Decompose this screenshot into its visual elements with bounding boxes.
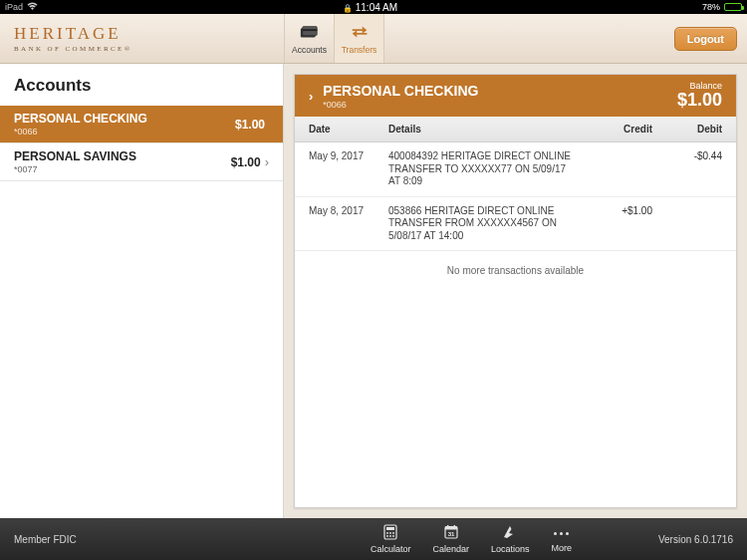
svg-point-10 <box>392 535 394 537</box>
tab-accounts-label: Accounts <box>292 45 327 55</box>
accounts-icon <box>299 23 321 43</box>
lock-icon: 🔒 <box>343 4 353 13</box>
tx-date: May 9, 2017 <box>309 150 388 188</box>
chevron-right-icon: › <box>265 154 269 169</box>
tab-accounts[interactable]: Accounts <box>285 14 335 63</box>
top-nav: HERITAGE BANK OF COMMERCE® Accounts Tran… <box>0 14 747 64</box>
sidebar-account-checking[interactable]: PERSONAL CHECKING *0066 $1.00 › <box>0 106 283 142</box>
panel-header: › PERSONAL CHECKING *0066 Balance $1.00 <box>295 75 736 117</box>
panel-subtitle: *0066 <box>323 100 478 110</box>
calculator-icon <box>381 524 399 542</box>
accounts-sidebar: Accounts PERSONAL CHECKING *0066 $1.00 ›… <box>0 64 284 518</box>
bottom-calculator[interactable]: Calculator <box>371 518 411 560</box>
calendar-icon: 31 <box>442 524 460 542</box>
sidebar-title: Accounts <box>0 64 283 106</box>
account-detail-panel: › PERSONAL CHECKING *0066 Balance $1.00 … <box>294 74 737 508</box>
account-name: PERSONAL SAVINGS <box>14 149 231 163</box>
account-number: *0077 <box>14 164 231 174</box>
footer-version: Version 6.0.1716 <box>658 534 747 545</box>
col-credit: Credit <box>583 124 652 135</box>
footer-left: Member FDIC <box>0 534 284 545</box>
col-date: Date <box>309 124 388 135</box>
device-label: iPad <box>5 2 23 12</box>
tx-credit <box>583 150 652 188</box>
battery-percent: 78% <box>702 2 720 12</box>
account-balance: $1.00 <box>235 118 265 132</box>
panel-title: PERSONAL CHECKING <box>323 83 478 99</box>
bottom-bar: Member FDIC Calculator 31 Calendar Locat… <box>0 518 747 560</box>
brand-logo: HERITAGE BANK OF COMMERCE® <box>0 14 284 63</box>
tx-debit: -$0.44 <box>652 150 722 188</box>
chevron-right-icon[interactable]: › <box>309 89 313 104</box>
more-icon <box>554 525 569 541</box>
sidebar-account-savings[interactable]: PERSONAL SAVINGS *0077 $1.00 › <box>0 143 283 180</box>
status-bar: iPad 🔒 11:04 AM 78% <box>0 0 747 14</box>
tx-details: 053866 HERITAGE DIRECT ONLINE TRANSFER F… <box>388 205 583 243</box>
no-more-transactions: No more transactions available <box>295 251 736 290</box>
svg-rect-2 <box>302 29 317 31</box>
balance-value: $1.00 <box>677 90 722 111</box>
svg-point-6 <box>389 532 391 534</box>
bottom-locations-label: Locations <box>491 544 530 554</box>
brand-subtitle: BANK OF COMMERCE® <box>14 45 284 53</box>
transactions-header: Date Details Credit Debit <box>295 117 736 142</box>
svg-text:31: 31 <box>447 531 454 537</box>
transaction-row[interactable]: May 8, 2017 053866 HERITAGE DIRECT ONLIN… <box>295 197 736 252</box>
wifi-icon <box>27 2 38 13</box>
bottom-locations[interactable]: Locations <box>491 518 530 560</box>
tab-transfers[interactable]: Transfers <box>335 14 384 63</box>
tab-bar: Accounts Transfers <box>284 14 384 63</box>
brand-title: HERITAGE <box>14 24 284 44</box>
tx-credit: +$1.00 <box>583 205 652 243</box>
bottom-calculator-label: Calculator <box>371 544 411 554</box>
transaction-row[interactable]: May 9, 2017 400084392 HERITAGE DIRECT ON… <box>295 142 736 197</box>
status-time: 11:04 AM <box>356 2 397 13</box>
svg-rect-1 <box>302 26 317 35</box>
tx-debit <box>652 205 722 243</box>
locations-icon <box>501 524 519 542</box>
bottom-more[interactable]: More <box>552 518 573 560</box>
bottom-more-label: More <box>552 543 573 553</box>
transfers-icon <box>349 23 371 43</box>
svg-rect-12 <box>445 527 457 530</box>
account-number: *0066 <box>14 127 235 137</box>
logout-button[interactable]: Logout <box>674 27 737 51</box>
svg-point-7 <box>392 532 394 534</box>
svg-rect-4 <box>386 527 394 530</box>
col-debit: Debit <box>652 124 722 135</box>
tx-date: May 8, 2017 <box>309 205 388 243</box>
bottom-calendar[interactable]: 31 Calendar <box>432 518 469 560</box>
svg-rect-14 <box>453 525 454 528</box>
bottom-calendar-label: Calendar <box>432 544 469 554</box>
transactions-list[interactable]: May 9, 2017 400084392 HERITAGE DIRECT ON… <box>295 142 736 507</box>
battery-icon <box>724 3 742 11</box>
col-details: Details <box>388 124 583 135</box>
tx-details: 400084392 HERITAGE DIRECT ONLINE TRANSFE… <box>388 150 583 188</box>
account-balance: $1.00 <box>231 155 261 169</box>
svg-rect-13 <box>447 525 448 528</box>
account-name: PERSONAL CHECKING <box>14 112 235 126</box>
svg-point-8 <box>386 535 388 537</box>
svg-point-5 <box>386 532 388 534</box>
tab-transfers-label: Transfers <box>342 45 377 55</box>
main-area: Accounts PERSONAL CHECKING *0066 $1.00 ›… <box>0 64 747 518</box>
svg-point-9 <box>389 535 391 537</box>
